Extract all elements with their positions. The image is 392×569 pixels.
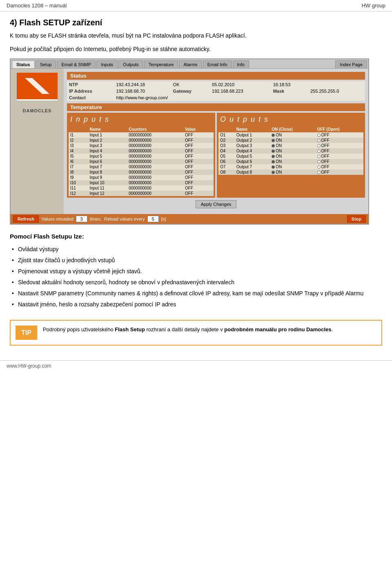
ntp-date: 05.02.2010 bbox=[210, 81, 271, 88]
radio-off[interactable] bbox=[317, 139, 321, 142]
radio-off[interactable] bbox=[317, 155, 321, 158]
output-name[interactable]: Output 7 bbox=[235, 164, 270, 170]
input-name[interactable]: Input 8 bbox=[88, 170, 127, 175]
ntp-label: NTP bbox=[67, 81, 114, 88]
radio-off[interactable] bbox=[317, 160, 321, 163]
input-row: I10 Input 10 0000000000 OFF bbox=[69, 180, 214, 185]
outputs-col-name: Name bbox=[235, 126, 270, 132]
radio-on[interactable] bbox=[272, 165, 275, 169]
output-on[interactable]: ON bbox=[270, 164, 315, 170]
output-off[interactable]: OFF bbox=[316, 154, 364, 159]
radio-on[interactable] bbox=[272, 139, 275, 142]
output-on[interactable]: ON bbox=[270, 143, 315, 148]
tab-inputs[interactable]: Inputs bbox=[96, 60, 118, 68]
output-name[interactable]: Output 8 bbox=[235, 170, 270, 175]
radio-off[interactable] bbox=[317, 144, 321, 147]
status-panel: Status NTP 192.43.244.18 OK 05.02.2010 1… bbox=[64, 69, 368, 214]
ip-value: 192.168.68.70 bbox=[114, 88, 171, 94]
input-name[interactable]: Input 2 bbox=[88, 138, 127, 143]
logo-orange bbox=[17, 73, 58, 99]
input-name[interactable]: Input 6 bbox=[88, 159, 127, 164]
output-row: O1 Output 1 ON OFF bbox=[218, 132, 363, 138]
output-id: O6 bbox=[218, 159, 235, 164]
refresh-button[interactable]: Refresh bbox=[13, 215, 39, 223]
outputs-table: Name ON (Close) OFF (Open) O1 Output 1 O… bbox=[218, 126, 363, 175]
input-name[interactable]: Input 11 bbox=[88, 185, 127, 191]
temperature-title: Temperature bbox=[67, 103, 365, 111]
tab-status[interactable]: Status bbox=[12, 60, 35, 68]
radio-on[interactable] bbox=[272, 144, 275, 147]
status-info-table: NTP 192.43.244.18 OK 05.02.2010 16:18:53… bbox=[67, 81, 365, 101]
output-id: O4 bbox=[218, 148, 235, 154]
radio-on[interactable] bbox=[272, 160, 275, 163]
input-id: I9 bbox=[69, 175, 88, 180]
page-footer: www.HW-group.com bbox=[0, 360, 392, 371]
tab-alarms[interactable]: Alarms bbox=[179, 60, 202, 68]
io-section: I n p u t s Name Counters Value bbox=[67, 113, 365, 198]
output-on[interactable]: ON bbox=[270, 170, 315, 175]
input-row: I2 Input 2 0000000000 OFF bbox=[69, 138, 214, 143]
apply-changes-button[interactable]: Apply Changes bbox=[196, 200, 237, 208]
radio-off[interactable] bbox=[317, 134, 321, 137]
input-name[interactable]: Input 3 bbox=[88, 143, 127, 148]
tab-email-snmp[interactable]: Email & SNMP bbox=[57, 60, 96, 68]
tab-setup[interactable]: Setup bbox=[36, 60, 56, 68]
stop-button[interactable]: Stop bbox=[347, 215, 366, 223]
output-off[interactable]: OFF bbox=[316, 132, 364, 138]
radio-off[interactable] bbox=[317, 150, 321, 153]
logo-white-stripe bbox=[17, 99, 58, 100]
footer-url: www.HW-group.com bbox=[7, 363, 51, 369]
radio-on[interactable] bbox=[272, 150, 275, 153]
output-off[interactable]: OFF bbox=[316, 143, 364, 148]
tab-index-page[interactable]: Index Page bbox=[335, 60, 367, 68]
input-counters: 0000000000 bbox=[127, 132, 183, 138]
tab-info[interactable]: Info bbox=[233, 60, 249, 68]
pomocí-section: Pomocí Flash Setupu lze: Ovládat výstupy… bbox=[10, 233, 382, 310]
outputs-col-on: ON (Close) bbox=[270, 126, 315, 132]
output-on[interactable]: ON bbox=[270, 132, 315, 138]
input-name[interactable]: Input 7 bbox=[88, 164, 127, 170]
output-row: O5 Output 5 ON OFF bbox=[218, 154, 363, 159]
input-id: I12 bbox=[69, 191, 88, 196]
output-on[interactable]: ON bbox=[270, 159, 315, 164]
ip-label: IP Address bbox=[67, 88, 114, 94]
radio-off[interactable] bbox=[317, 165, 321, 169]
output-name[interactable]: Output 2 bbox=[235, 138, 270, 143]
list-item: Nastavit SNMP parametry (Community names… bbox=[10, 288, 382, 299]
reload-count-input[interactable] bbox=[76, 216, 87, 222]
output-off[interactable]: OFF bbox=[316, 148, 364, 154]
output-on[interactable]: ON bbox=[270, 148, 315, 154]
output-name[interactable]: Output 1 bbox=[235, 132, 270, 138]
input-name[interactable]: Input 4 bbox=[88, 148, 127, 154]
input-name[interactable]: Input 12 bbox=[88, 191, 127, 196]
output-name[interactable]: Output 6 bbox=[235, 159, 270, 164]
output-id: O5 bbox=[218, 154, 235, 159]
radio-on[interactable] bbox=[272, 171, 275, 174]
logo-sidebar: DAMOCLES bbox=[11, 69, 64, 214]
input-name[interactable]: Input 1 bbox=[88, 132, 127, 138]
input-row: I12 Input 12 0000000000 OFF bbox=[69, 191, 214, 196]
output-on[interactable]: ON bbox=[270, 154, 315, 159]
radio-on[interactable] bbox=[272, 134, 275, 137]
output-off[interactable]: OFF bbox=[316, 159, 364, 164]
output-on[interactable]: ON bbox=[270, 138, 315, 143]
input-row: I9 Input 9 0000000000 OFF bbox=[69, 175, 214, 180]
output-name[interactable]: Output 3 bbox=[235, 143, 270, 148]
input-value: OFF bbox=[183, 180, 214, 185]
output-name[interactable]: Output 5 bbox=[235, 154, 270, 159]
tab-email-info[interactable]: Email Info bbox=[203, 60, 232, 68]
input-name[interactable]: Input 10 bbox=[88, 180, 127, 185]
output-off[interactable]: OFF bbox=[316, 170, 364, 175]
input-name[interactable]: Input 5 bbox=[88, 154, 127, 159]
ui-body: DAMOCLES Status NTP 192.43.244.18 OK 05.… bbox=[11, 69, 368, 214]
input-name[interactable]: Input 9 bbox=[88, 175, 127, 180]
output-off[interactable]: OFF bbox=[316, 138, 364, 143]
radio-off[interactable] bbox=[317, 171, 321, 174]
output-name[interactable]: Output 4 bbox=[235, 148, 270, 154]
tab-temperature[interactable]: Temperature bbox=[144, 60, 178, 68]
tab-outputs[interactable]: Outputs bbox=[118, 60, 143, 68]
radio-on[interactable] bbox=[272, 155, 275, 158]
output-off[interactable]: OFF bbox=[316, 164, 364, 170]
times-label: times. bbox=[90, 216, 102, 221]
reload-interval-input[interactable] bbox=[147, 216, 159, 222]
